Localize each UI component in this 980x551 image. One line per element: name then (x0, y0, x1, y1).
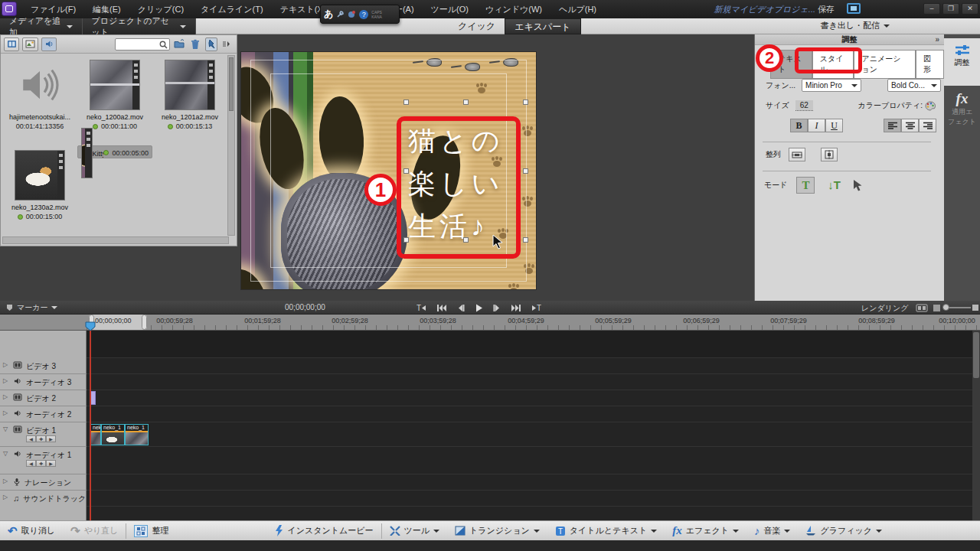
instant-movie-button[interactable]: インスタントムービー (267, 521, 381, 541)
redo-button[interactable]: ↷やり直し (63, 521, 126, 541)
asset-item-selected[interactable]: Kitty Kapers_frame 00:00:05:00 (77, 145, 152, 158)
vertical-type-button[interactable]: ↓T (824, 178, 844, 192)
collapse-icon[interactable]: ▽ (3, 425, 9, 432)
next-clip-icon[interactable] (511, 304, 521, 312)
prev-clip-icon[interactable] (436, 304, 446, 312)
align-center-button[interactable] (901, 119, 919, 132)
menu-window[interactable]: ウィンドウ(W) (478, 0, 550, 18)
collapse-icon[interactable]: ▷ (3, 478, 9, 484)
video-clip[interactable]: nek (90, 424, 101, 445)
menu-help[interactable]: ヘルプ(H) (551, 0, 604, 18)
tracks-vertical-scrollbar[interactable] (972, 331, 980, 520)
align-right-button[interactable] (919, 119, 936, 132)
lane-gap[interactable] (87, 331, 972, 358)
collapse-icon[interactable]: ▷ (3, 494, 9, 500)
collapse-icon[interactable]: ▷ (3, 361, 9, 368)
play-button-icon[interactable] (475, 304, 483, 312)
size-value-field[interactable]: 62 (795, 100, 813, 111)
lane-narration[interactable] (87, 474, 972, 491)
color-palette-icon[interactable] (925, 101, 936, 111)
keyframe-nav-buttons[interactable]: ◀✚▶ (26, 435, 56, 442)
collapse-icon[interactable]: ▷ (3, 393, 9, 400)
filter-image-button[interactable] (22, 37, 38, 51)
selection-handle[interactable] (523, 237, 528, 243)
render-button[interactable]: レンダリング (861, 303, 908, 314)
zoom-in-frame-icon[interactable] (933, 304, 941, 312)
dock-applied-effects-button[interactable]: fx 適用エ フェクト (944, 86, 980, 127)
pin-icon[interactable] (205, 37, 218, 51)
center-horizontal-button[interactable] (789, 148, 805, 161)
lane-video1[interactable]: nek neko_1 neko_1 (87, 422, 972, 447)
music-button[interactable]: ♪ 音楽 (746, 521, 799, 541)
video-clip[interactable]: neko_1 (125, 424, 149, 445)
restore-button[interactable]: ❐ (942, 3, 959, 15)
organize-button[interactable]: 整理 (126, 521, 176, 541)
export-share-button[interactable]: 書き出し・配信 (820, 20, 890, 31)
tab-quick[interactable]: クイック (449, 18, 505, 34)
tab-shape[interactable]: 図形 (916, 50, 944, 79)
menu-timeline[interactable]: タイムライン(T) (193, 0, 271, 18)
fullscreen-icon[interactable] (847, 3, 861, 14)
titles-text-button[interactable]: T タイトルとテキスト (547, 521, 665, 541)
new-folder-icon[interactable] (173, 37, 186, 51)
project-assets-button[interactable]: プロジェクトのアセット (83, 18, 196, 34)
track-header-audio2[interactable]: ▷ オーディオ 2 (0, 406, 87, 422)
lane-audio1[interactable] (87, 447, 972, 474)
marker-button[interactable]: マーカー (0, 302, 57, 313)
zoom-slider-handle[interactable] (942, 304, 949, 311)
font-family-select[interactable]: Minion Pro (802, 79, 861, 92)
track-header-narration[interactable]: ▷ ナレーション (0, 474, 87, 491)
minimize-button[interactable]: – (923, 3, 940, 15)
selection-tool-icon[interactable] (853, 179, 863, 192)
search-input[interactable] (115, 38, 170, 51)
save-button[interactable]: 保存 (818, 4, 835, 15)
video-clip[interactable]: neko_1 (101, 424, 125, 445)
assets-vertical-scrollbar[interactable] (227, 55, 235, 236)
horizontal-type-button[interactable]: T (796, 177, 815, 194)
tools-button[interactable]: ツール (382, 521, 448, 541)
close-button[interactable]: ✕ (962, 3, 978, 15)
font-style-select[interactable]: Bold Co... (887, 79, 941, 92)
menu-tools[interactable]: ツール(O) (423, 0, 476, 18)
playhead-handle[interactable] (85, 321, 96, 331)
italic-button[interactable]: I (808, 119, 825, 132)
underline-button[interactable]: U (825, 119, 843, 132)
assets-horizontal-scrollbar[interactable] (2, 236, 229, 244)
center-vertical-button[interactable] (821, 148, 838, 161)
align-left-button[interactable] (884, 119, 901, 132)
effects-button[interactable]: fx エフェクト (665, 521, 746, 541)
lane-audio3[interactable] (87, 374, 972, 390)
filter-video-button[interactable] (4, 37, 19, 51)
asset-item-video[interactable]: neko_1201a2.mov 00:00:15:13 (152, 55, 227, 145)
lane-video3[interactable] (87, 358, 972, 374)
ime-mode-button[interactable]: あ (324, 8, 333, 21)
title-clip[interactable] (90, 391, 96, 405)
lane-video2[interactable] (87, 390, 972, 406)
dock-adjust-button[interactable]: 調整 (944, 38, 980, 86)
track-header-video1[interactable]: ▽ ビデオ 1 ◀✚▶ (0, 422, 87, 447)
panel-menu-icon[interactable] (220, 37, 234, 51)
selection-handle[interactable] (523, 99, 528, 105)
tab-expert[interactable]: エキスパート (505, 18, 580, 34)
ime-help-icon[interactable]: ? (359, 10, 368, 19)
step-back-icon[interactable] (456, 304, 465, 312)
ime-tools-icon[interactable] (336, 10, 345, 18)
track-header-video2[interactable]: ▷ ビデオ 2 (0, 390, 87, 406)
track-header-audio1[interactable]: ▽ オーディオ 1 ◀✚▶ (0, 447, 87, 474)
playhead-line[interactable] (90, 331, 91, 520)
step-forward-icon[interactable] (493, 304, 501, 312)
goto-out-icon[interactable]: T (531, 304, 541, 312)
graphics-button[interactable]: グラフィック (798, 521, 890, 541)
filter-audio-button[interactable] (41, 37, 57, 51)
zoom-out-film-icon[interactable] (916, 304, 928, 312)
goto-in-icon[interactable]: T (416, 304, 426, 312)
asset-item-video[interactable]: neko_1230a2.mov 00:00:15:00 (2, 145, 77, 236)
asset-item-audio[interactable]: hajimetenootsukai... 00:01:41:13356 (2, 55, 77, 145)
transitions-button[interactable]: トランジション (447, 521, 547, 541)
selection-handle[interactable] (403, 99, 409, 105)
collapse-icon[interactable]: ▽ (3, 450, 9, 457)
add-media-button[interactable]: メディアを追加 (0, 18, 83, 34)
work-area-end-handle[interactable] (142, 315, 147, 330)
tab-animation[interactable]: アニメーション (854, 50, 916, 79)
lane-soundtrack[interactable] (87, 491, 972, 507)
